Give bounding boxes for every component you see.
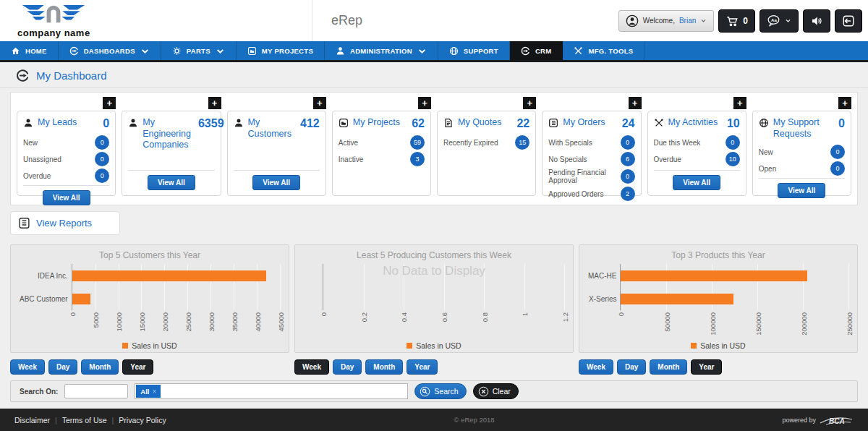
period-button-year[interactable]: Year — [122, 359, 153, 375]
card-footer: View All — [234, 170, 320, 190]
no-data-message: No Data to Display — [295, 264, 573, 278]
speaker-icon — [810, 14, 823, 27]
nav-item-dashboards[interactable]: DASHBOARDS — [59, 41, 161, 60]
legend-label: Sales in USD — [700, 341, 745, 350]
bar-x-series[interactable] — [621, 294, 733, 304]
period-button-month[interactable]: Month — [650, 359, 687, 375]
scope-tag-all[interactable]: All × — [136, 385, 161, 398]
view-all-button[interactable]: View All — [673, 175, 720, 190]
count-badge[interactable]: 59 — [410, 135, 425, 150]
gridline — [280, 264, 281, 310]
svg-text:Aa: Aa — [771, 17, 777, 22]
view-all-button[interactable]: View All — [148, 175, 195, 190]
nav-item-label: CRM — [535, 47, 552, 55]
count-badge[interactable]: 0 — [830, 161, 845, 176]
nav-item-support[interactable]: SUPPORT — [438, 41, 510, 60]
x-tick-label: 45000 — [277, 312, 285, 331]
tools-icon — [574, 46, 583, 56]
chart-title: Top 3 Products this Year — [588, 250, 848, 260]
nav-item-administration[interactable]: ADMINISTRATION — [325, 41, 438, 60]
count-badge[interactable]: 3 — [410, 152, 425, 166]
count-badge[interactable]: 10 — [726, 152, 740, 166]
add-widget-button[interactable]: + — [103, 97, 116, 109]
remove-tag-icon[interactable]: × — [153, 388, 157, 396]
count-badge[interactable]: 0 — [621, 135, 635, 150]
clear-x-icon — [478, 386, 489, 397]
period-button-month[interactable]: Month — [365, 359, 403, 375]
period-button-week[interactable]: Week — [10, 359, 45, 375]
projects-icon — [247, 46, 257, 56]
nav-item-my-projects[interactable]: MY PROJECTS — [237, 41, 325, 60]
legend-swatch — [122, 343, 128, 349]
footer-link-terms[interactable]: Terms of Use — [62, 416, 107, 424]
nav-item-label: MFG. TOOLS — [588, 47, 633, 55]
nav-item-home[interactable]: HOME — [0, 41, 59, 60]
count-badge[interactable]: 0 — [726, 135, 740, 150]
view-reports-button[interactable]: View Reports — [10, 211, 120, 235]
card-footer: View All — [128, 170, 214, 190]
period-button-day[interactable]: Day — [48, 359, 77, 375]
nav-item-crm[interactable]: CRM — [510, 41, 563, 60]
company-logo[interactable]: company name — [17, 4, 90, 38]
language-menu-button[interactable]: Aa — [760, 9, 799, 33]
x-tick-label: 0 — [617, 312, 625, 316]
period-button-month[interactable]: Month — [81, 359, 119, 375]
logout-button[interactable] — [835, 9, 862, 33]
card-rows: Recently Expired15 — [443, 133, 529, 152]
view-all-button[interactable]: View All — [43, 190, 90, 205]
count-badge[interactable]: 0 — [95, 168, 109, 183]
count-badge[interactable]: 0 — [95, 135, 109, 150]
period-button-day[interactable]: Day — [333, 359, 362, 375]
footer-link-privacy[interactable]: Privacy Policy — [119, 416, 166, 424]
nav-item-parts[interactable]: PARTS — [161, 41, 237, 60]
card-wrap-my-quotes: +My Quotes22Recently Expired15 — [437, 97, 536, 196]
company-logo-emblem — [19, 4, 88, 27]
search-scope-field[interactable]: All × — [135, 383, 408, 399]
chevron-down-icon — [216, 46, 225, 56]
add-widget-button[interactable]: + — [208, 97, 221, 109]
charts-row: Top 5 Customers this YearIDEA Inc.ABC Cu… — [10, 244, 858, 353]
add-widget-button[interactable]: + — [523, 97, 536, 109]
period-button-year[interactable]: Year — [691, 359, 722, 375]
footer-link-disclaimer[interactable]: Disclaimer — [14, 416, 50, 424]
period-button-week[interactable]: Week — [579, 359, 613, 375]
count-badge[interactable]: 0 — [830, 145, 845, 159]
user-menu-button[interactable]: Welcome, Brian — [618, 10, 715, 32]
chart-y-labels: MAC-HEX-Series — [588, 264, 620, 310]
add-widget-button[interactable]: + — [418, 97, 431, 109]
cart-button[interactable]: 0 — [718, 9, 755, 33]
count-badge[interactable]: 0 — [621, 169, 635, 184]
add-widget-button[interactable]: + — [629, 97, 642, 109]
x-tick-label: 1 — [521, 312, 529, 316]
clear-button-label: Clear — [493, 387, 511, 396]
period-button-week[interactable]: Week — [294, 359, 329, 375]
count-badge[interactable]: 2 — [621, 187, 635, 201]
card-header: My Activities10 — [654, 117, 740, 130]
footer-links: Disclaimer | Terms of Use | Privacy Poli… — [14, 416, 166, 424]
search-input[interactable] — [64, 384, 128, 398]
bar-abc-customer[interactable] — [72, 294, 91, 304]
nav-item-mfg-tools[interactable]: MFG. TOOLS — [563, 41, 644, 60]
card-footer: View All — [23, 185, 109, 205]
view-all-button[interactable]: View All — [252, 175, 300, 190]
view-all-button[interactable]: View All — [778, 183, 825, 198]
add-widget-button[interactable]: + — [838, 97, 851, 109]
period-button-day[interactable]: Day — [617, 359, 646, 375]
bar-idea-inc[interactable] — [72, 270, 266, 281]
x-tick-label: 1.2 — [561, 312, 569, 322]
add-widget-button[interactable]: + — [733, 97, 746, 109]
copyright: © eRep 2018 — [166, 416, 783, 424]
gauge-icon — [521, 46, 530, 56]
chat-language-icon: Aa — [767, 14, 780, 27]
bar-mac-he[interactable] — [621, 270, 807, 281]
count-badge[interactable]: 0 — [95, 152, 109, 166]
card-row-no-specials: No Specials6 — [548, 152, 634, 166]
clear-button[interactable]: Clear — [473, 383, 519, 399]
count-badge[interactable]: 15 — [515, 135, 529, 150]
add-widget-button[interactable]: + — [313, 97, 326, 109]
sound-button[interactable] — [803, 9, 830, 33]
count-badge[interactable]: 6 — [621, 152, 635, 166]
period-button-year[interactable]: Year — [407, 359, 438, 375]
card-header: My Engineering Companies6359 — [128, 117, 214, 151]
search-button[interactable]: Search — [414, 383, 466, 399]
